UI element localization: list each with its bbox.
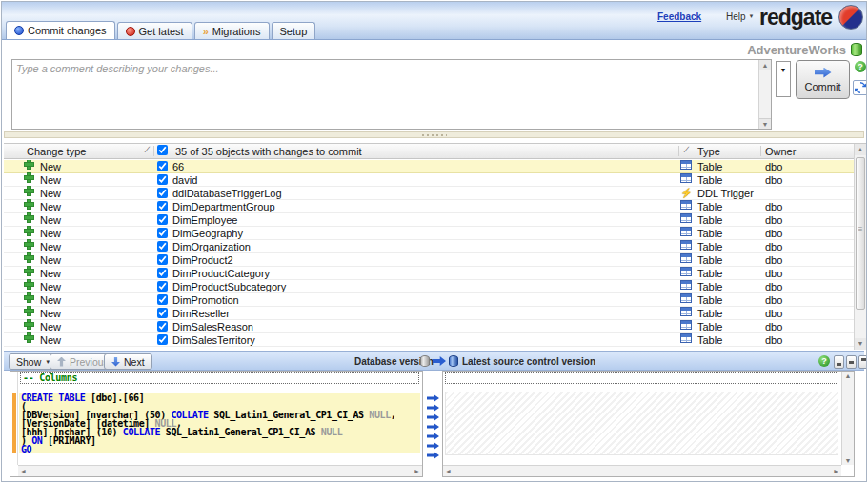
object-name: DimOrganization	[172, 240, 251, 253]
table-row[interactable]: New DimProduct2 Table dbo	[4, 253, 854, 267]
right-pane-vscrollbar[interactable]: ▲ ▼	[841, 372, 854, 465]
splitter-grip-icon	[422, 134, 447, 136]
show-label: Show	[16, 356, 41, 368]
object-checkbox[interactable]	[157, 201, 168, 211]
object-checkbox[interactable]	[157, 294, 168, 305]
table-icon	[680, 240, 692, 250]
change-marker	[12, 393, 16, 453]
table-row[interactable]: New DimSalesTerritory Table dbo	[4, 333, 854, 347]
next-button[interactable]: Next	[104, 353, 152, 370]
owner-label: dbo	[765, 173, 782, 187]
diff-gutter	[424, 371, 442, 477]
right-pane-hscrollbar[interactable]: ◄ ►	[443, 465, 841, 476]
database-name: AdventureWorks	[747, 43, 846, 57]
change-type-label: New	[40, 187, 61, 200]
comment-scrollbar[interactable]: ▲ ▼	[758, 60, 771, 129]
object-checkbox[interactable]	[157, 228, 168, 238]
change-type-label: New	[40, 213, 61, 227]
owner-label: dbo	[765, 213, 782, 227]
tab-setup[interactable]: Setup	[272, 22, 316, 39]
table-row[interactable]: New DimDepartmentGroup Table dbo	[4, 200, 854, 213]
table-row[interactable]: New DimOrganization Table dbo	[4, 240, 854, 253]
refresh-icon	[855, 82, 866, 93]
change-type-label: New	[40, 307, 61, 320]
scroll-up-icon[interactable]: ▲	[855, 144, 866, 155]
object-name: DimSalesTerritory	[172, 333, 255, 347]
table-icon	[680, 227, 692, 236]
object-checkbox[interactable]	[157, 161, 168, 171]
change-direction-arrow-icon	[427, 433, 439, 440]
layout-bottom-button[interactable]	[834, 355, 844, 369]
table-row[interactable]: New DimSalesReason Table dbo	[4, 320, 854, 333]
table-row[interactable]: New ddlDatabaseTriggerLog ⚡ DDL Trigger	[4, 187, 854, 200]
tab-migrations[interactable]: » Migrations	[194, 22, 270, 39]
table-row[interactable]: New DimPromotion Table dbo	[4, 293, 854, 307]
database-version-pane: -- Columns CREATE TABLE [dbo].[66]([DBVe…	[10, 371, 423, 477]
object-checkbox[interactable]	[157, 188, 168, 198]
scrollbar-thumb[interactable]: ≡	[856, 157, 865, 310]
layout-split-button[interactable]	[846, 355, 857, 369]
object-checkbox[interactable]	[157, 174, 168, 185]
new-change-icon	[25, 200, 33, 209]
scroll-down-icon[interactable]: ▼	[842, 457, 854, 464]
layout-full-button[interactable]	[858, 355, 867, 369]
table-icon	[680, 320, 692, 330]
type-label: Table	[697, 227, 722, 240]
table-row[interactable]: New DimReseller Table dbo	[4, 307, 854, 320]
scroll-down-icon[interactable]: ▼	[759, 118, 771, 129]
object-checkbox[interactable]	[157, 281, 168, 292]
object-checkbox[interactable]	[157, 321, 168, 332]
refresh-button[interactable]	[853, 80, 867, 95]
grid-scrollbar[interactable]: ▲ ≡ ▼	[854, 144, 866, 350]
column-owner[interactable]: Owner	[765, 145, 796, 158]
column-change-type[interactable]: Change type	[27, 145, 86, 158]
object-name: DimReseller	[172, 307, 230, 320]
table-row[interactable]: New 66 Table dbo	[4, 160, 854, 173]
help-icon[interactable]: ?	[855, 61, 866, 72]
left-pane-hscrollbar[interactable]: ◄ ►	[18, 465, 422, 476]
table-row[interactable]: New DimProductCategory Table dbo	[4, 267, 854, 280]
scroll-down-icon[interactable]: ▼	[855, 338, 866, 350]
table-row[interactable]: New david Table dbo	[4, 173, 854, 187]
object-checkbox[interactable]	[157, 308, 168, 318]
object-checkbox[interactable]	[157, 254, 168, 265]
comment-input[interactable]	[12, 60, 758, 129]
new-change-icon	[25, 320, 33, 329]
tab-commit-changes[interactable]: Commit changes	[6, 21, 115, 39]
new-change-icon	[25, 267, 33, 275]
object-checkbox[interactable]	[157, 334, 168, 345]
select-all-checkbox[interactable]	[157, 145, 168, 155]
commit-button[interactable]: Commit	[796, 60, 850, 99]
table-row[interactable]: New DimGeography Table dbo	[4, 227, 854, 240]
object-checkbox[interactable]	[157, 214, 168, 225]
scroll-up-icon[interactable]: ▲	[842, 372, 854, 379]
object-checkbox[interactable]	[157, 268, 168, 278]
diff-help-icon[interactable]: ?	[818, 355, 830, 367]
scroll-left-icon[interactable]: ◄	[445, 466, 452, 477]
tab-get-latest[interactable]: Get latest	[117, 22, 192, 39]
sql-source-control-window: Feedback Help▼ redgate Commit changes Ge…	[1, 1, 867, 482]
new-change-icon	[25, 333, 33, 342]
change-type-label: New	[40, 333, 61, 347]
owner-label: dbo	[765, 293, 782, 307]
type-label: Table	[697, 173, 722, 187]
owner-label: dbo	[765, 160, 782, 173]
comment-history-dropdown[interactable]: ▼	[776, 61, 791, 97]
feedback-link[interactable]: Feedback	[657, 11, 701, 22]
scroll-right-icon[interactable]: ►	[414, 466, 420, 477]
table-row[interactable]: New DimEmployee Table dbo	[4, 213, 854, 227]
object-checkbox[interactable]	[157, 241, 168, 252]
table-row[interactable]: New DimProductSubcategory Table dbo	[4, 280, 854, 293]
object-name: ddlDatabaseTriggerLog	[172, 187, 282, 200]
column-objects[interactable]: 35 of 35 objects with changes to commit	[175, 145, 362, 158]
scroll-left-icon[interactable]: ◄	[20, 466, 27, 477]
horizontal-splitter[interactable]	[4, 131, 864, 138]
scroll-up-icon[interactable]: ▲	[759, 60, 771, 70]
type-label: Table	[697, 240, 722, 253]
help-menu[interactable]: Help▼	[726, 11, 755, 22]
column-type[interactable]: Type	[697, 145, 720, 158]
table-icon	[680, 280, 692, 290]
type-label: DDL Trigger	[697, 187, 754, 200]
sql-changed-block: CREATE TABLE [dbo].[66]([DBVersion] [nva…	[19, 393, 420, 453]
scroll-right-icon[interactable]: ►	[833, 466, 839, 477]
